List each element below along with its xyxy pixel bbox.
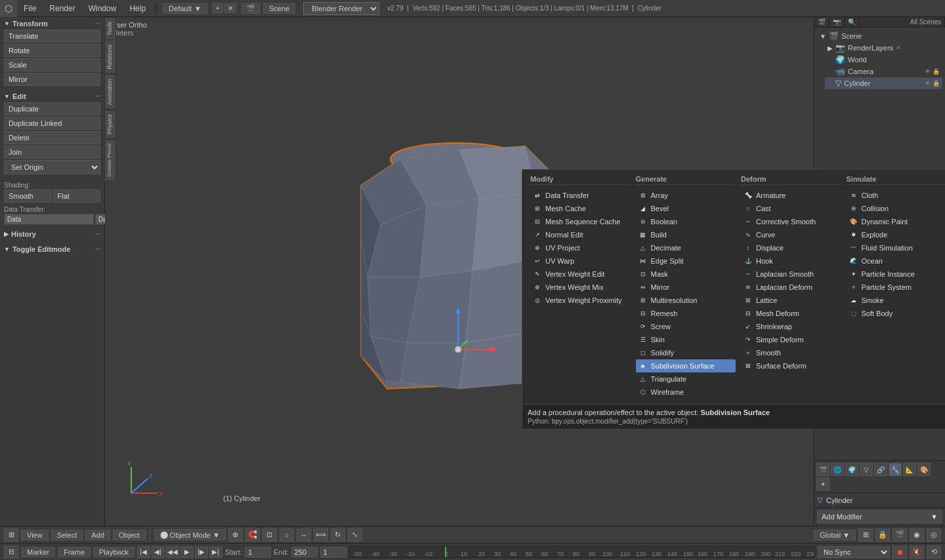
duplicate-button[interactable]: Duplicate — [4, 102, 100, 115]
modifier-surface-deform[interactable]: ⊠ Surface Deform — [741, 359, 841, 372]
rp-tab-allscenes[interactable]: All Scenes — [907, 17, 945, 27]
modifier-laplacian-deform[interactable]: ≋ Laplacian Deform — [741, 281, 841, 294]
modifier-dynamic-paint[interactable]: 🎨 Dynamic Paint — [847, 215, 946, 228]
select-menu[interactable]: Select — [51, 530, 83, 540]
modifier-shrinkwrap[interactable]: ↙ Shrinkwrap — [741, 320, 841, 333]
marker-menu[interactable]: Marker — [21, 547, 55, 557]
workspace-remove[interactable]: ✕ — [224, 3, 236, 13]
modifier-curve[interactable]: ∿ Curve — [741, 228, 841, 241]
sync-mode-select[interactable]: No Sync Frame Dropping Sync to Audio — [818, 546, 890, 558]
tree-camera[interactable]: 📹 Camera 👁 🔒 — [825, 66, 942, 77]
modifier-uv-warp[interactable]: ↩ UV Warp — [530, 254, 631, 268]
scale-widget[interactable]: ⤡ — [348, 529, 362, 542]
delete-button[interactable]: Delete — [4, 131, 100, 144]
sync-button[interactable]: ⟲ — [927, 546, 941, 559]
lock-button[interactable]: 🔒 — [875, 529, 890, 542]
scene-name[interactable]: Scene — [263, 3, 295, 14]
end-frame-input[interactable] — [291, 547, 318, 557]
proportional-button[interactable]: ○ — [280, 529, 294, 542]
modifier-data-transfer[interactable]: ⇄ Data Transfer — [530, 189, 631, 202]
translate-widget[interactable]: ⟺ — [314, 529, 328, 542]
modifier-displace[interactable]: ↕ Displace — [741, 241, 841, 254]
set-origin-select[interactable]: Set Origin — [4, 160, 100, 174]
modifier-skin[interactable]: ☰ Skin — [636, 333, 736, 346]
modifier-laplacian-smooth[interactable]: ~ Laplacian Smooth — [741, 268, 841, 281]
add-menu[interactable]: Add — [85, 530, 110, 540]
modifier-cloth[interactable]: ≋ Cloth — [847, 189, 946, 202]
duplicate-linked-button[interactable]: Duplicate Linked — [4, 117, 100, 130]
modifier-solidify[interactable]: ◻ Solidify — [636, 346, 736, 359]
modifier-lattice[interactable]: ⊞ Lattice — [741, 294, 841, 307]
tree-cylinder[interactable]: ▽ Cylinder 👁 🔒 — [825, 77, 942, 89]
menu-help[interactable]: Help — [123, 0, 152, 16]
join-button[interactable]: Join — [4, 146, 100, 159]
modifier-remesh[interactable]: ⊟ Remesh — [636, 307, 736, 320]
add-modifier-button[interactable]: Add Modifier ▼ — [817, 510, 942, 523]
rp-tab-search[interactable]: 🔍 — [845, 17, 860, 27]
modifier-armature[interactable]: 🦴 Armature — [741, 189, 841, 202]
menu-render[interactable]: Render — [43, 0, 81, 16]
rp-tab-scene[interactable]: 🎬 — [814, 17, 830, 27]
timeline-editor-type[interactable]: ⊟ — [4, 546, 18, 559]
modifier-mask[interactable]: ⊡ Mask — [636, 268, 736, 281]
pivot-button[interactable]: ⊕ — [228, 529, 243, 542]
modifier-hook[interactable]: ⚓ Hook — [741, 254, 841, 268]
mirror-button[interactable]: Mirror — [4, 73, 100, 86]
tab-tools[interactable]: Tools — [104, 17, 116, 40]
modifier-array[interactable]: ⊞ Array — [636, 189, 736, 202]
workspace-selector[interactable]: Default ▼ — [163, 3, 207, 14]
modifier-smooth[interactable]: ≈ Smooth — [741, 346, 841, 359]
viewport-shading2[interactable]: ◎ — [927, 529, 941, 542]
prop-icon-render[interactable]: 🎬 — [816, 463, 830, 476]
frame-menu[interactable]: Frame — [58, 547, 91, 557]
viewport-shading1[interactable]: ◉ — [910, 529, 924, 542]
prev-keyframe-button[interactable]: ◀| — [152, 546, 165, 558]
transform-space[interactable]: Global ▼ — [814, 530, 856, 540]
modifier-triangulate[interactable]: △ Triangulate — [636, 372, 736, 386]
jump-start-button[interactable]: |◀ — [137, 546, 150, 558]
view-menu[interactable]: View — [21, 530, 49, 540]
modifier-smoke[interactable]: ☁ Smoke — [847, 294, 946, 307]
prop-icon-object[interactable]: ▽ — [860, 463, 873, 476]
prop-icon-world[interactable]: 🌍 — [845, 463, 858, 476]
snap-type-button[interactable]: ⊡ — [262, 529, 277, 542]
render-button[interactable]: 🎬 — [892, 529, 907, 542]
tab-grease-pencil[interactable]: Grease Pencil — [104, 139, 116, 181]
record-button[interactable]: ⏺ — [892, 546, 907, 559]
modifier-edge-split[interactable]: ⋈ Edge Split — [636, 254, 736, 268]
tab-animation[interactable]: Animation — [104, 74, 116, 110]
modifier-particle-instance[interactable]: ✦ Particle Instance — [847, 268, 946, 281]
smooth-button[interactable]: Smooth — [4, 190, 52, 203]
data-input[interactable] — [4, 214, 94, 225]
menu-file[interactable]: File — [17, 0, 43, 16]
engine-select[interactable]: Blender Render Cycles Render — [303, 2, 379, 15]
prop-icon-constraints[interactable]: 🔗 — [874, 463, 887, 476]
rotate-widget[interactable]: ↻ — [331, 529, 345, 542]
modifier-ocean[interactable]: 🌊 Ocean — [847, 254, 946, 268]
modifier-multiresolution[interactable]: ⊞ Multiresolution — [636, 294, 736, 307]
scale-button[interactable]: Scale — [4, 58, 100, 71]
manipulator-button[interactable]: ↔ — [297, 529, 311, 542]
modifier-mesh-cache[interactable]: ⊞ Mesh Cache — [530, 202, 631, 215]
modifier-collision[interactable]: ⊛ Collision — [847, 202, 946, 215]
rotate-button[interactable]: Rotate — [4, 44, 100, 57]
modifier-cast[interactable]: ○ Cast — [741, 202, 841, 215]
history-header[interactable]: ▶ History ··· — [4, 230, 100, 238]
translate-button[interactable]: Translate — [4, 30, 100, 43]
blender-logo[interactable]: ⬡ — [0, 0, 17, 17]
modifier-particle-system[interactable]: ✧ Particle System — [847, 281, 946, 294]
modifier-mesh-sequence-cache[interactable]: ⊟ Mesh Sequence Cache — [530, 215, 631, 228]
tree-renderlayers[interactable]: ▶ 📷 RenderLayers ✕ — [825, 42, 942, 54]
layer-button[interactable]: ⊞ — [858, 529, 873, 542]
mute-button[interactable]: 🔇 — [910, 546, 924, 559]
modifier-vertex-weight-edit[interactable]: ✎ Vertex Weight Edit — [530, 268, 631, 281]
current-frame-input[interactable] — [320, 547, 346, 557]
prop-icon-modifiers[interactable]: 🔧 — [889, 463, 902, 476]
modifier-soft-body[interactable]: ◌ Soft Body — [847, 307, 946, 320]
modifier-mirror[interactable]: ⇔ Mirror — [636, 281, 736, 294]
modifier-decimate[interactable]: △ Decimate — [636, 241, 736, 254]
tree-scene[interactable]: ▼ 🎬 Scene — [817, 30, 942, 42]
modifier-simple-deform[interactable]: ↷ Simple Deform — [741, 333, 841, 346]
prop-icon-materials[interactable]: 🎨 — [917, 463, 931, 476]
modifier-fluid-simulation[interactable]: 〰 Fluid Simulation — [847, 241, 946, 254]
